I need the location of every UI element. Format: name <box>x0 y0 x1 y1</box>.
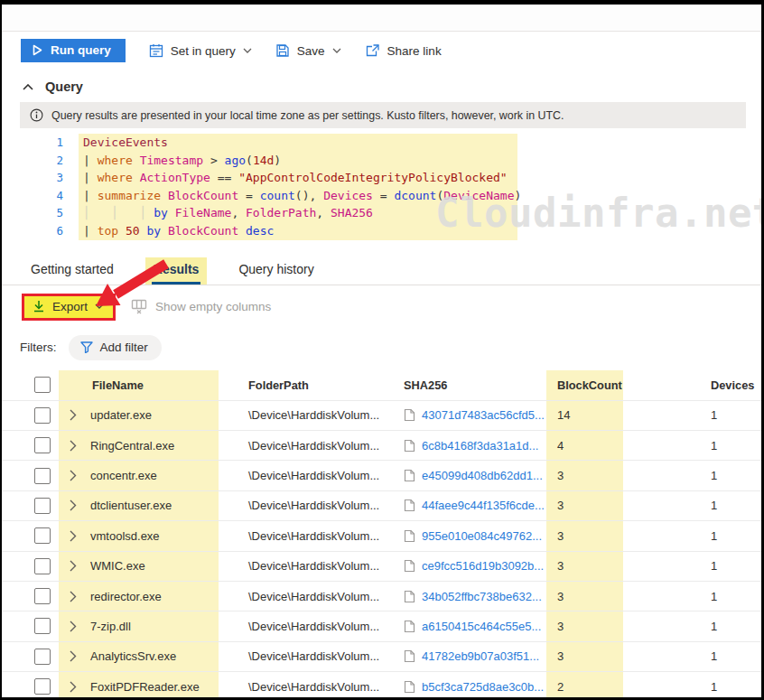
download-icon <box>33 300 45 313</box>
devices-text: 1 <box>623 408 761 422</box>
save-icon <box>275 43 290 58</box>
sha256-link[interactable]: 44faee9c44f135f6cde... <box>422 499 545 512</box>
share-icon <box>365 43 380 58</box>
expand-row-icon[interactable] <box>70 470 77 481</box>
folderpath-text: \Device\HarddiskVolum... <box>219 680 390 694</box>
row-checkbox[interactable] <box>34 407 51 424</box>
devices-text: 1 <box>623 620 761 633</box>
header-sha256[interactable]: SHA256 <box>390 378 546 392</box>
code-text[interactable]: | where Timestamp > ago(14d) <box>79 152 517 170</box>
header-devices[interactable]: Devices <box>623 378 761 392</box>
expand-row-icon[interactable] <box>70 499 77 511</box>
filename-cell: vmtoolsd.exe <box>59 521 219 550</box>
code-text[interactable]: DeviceEvents <box>79 134 517 152</box>
code-text[interactable]: │ │ │ by FileName, FolderPath, SHA256 <box>79 204 517 222</box>
line-number: 2 <box>2 152 63 170</box>
query-editor[interactable]: 1DeviceEvents2| where Timestamp > ago(14… <box>2 131 761 240</box>
filename-cell: 7-zip.dll <box>59 611 219 640</box>
row-checkbox[interactable] <box>34 678 51 695</box>
sha256-link[interactable]: b5cf3ca725d8ae3c0b... <box>422 680 544 694</box>
row-checkbox[interactable] <box>34 649 51 665</box>
filename-cell: AnalyticsSrv.exe <box>59 642 219 671</box>
line-number: 1 <box>2 134 63 152</box>
save-label: Save <box>297 44 325 58</box>
sha256-link[interactable]: 955e010e084c49762... <box>422 529 542 543</box>
row-checkbox[interactable] <box>34 437 51 453</box>
query-section-toggle[interactable]: Query <box>2 70 761 98</box>
header-blockcount[interactable]: BlockCount <box>546 370 623 400</box>
row-checkbox[interactable] <box>34 558 51 574</box>
sha256-link[interactable]: a6150415c464c55e5... <box>422 620 541 633</box>
row-checkbox[interactable] <box>34 468 51 484</box>
file-icon <box>404 559 415 573</box>
sha-cell: 6c8b4168f3da31a1d... <box>390 439 546 453</box>
results-tabbar: Getting started Results Query history <box>2 248 761 285</box>
code-text[interactable]: | where ActionType == "AppControlCodeInt… <box>79 169 517 187</box>
row-checkbox-cell <box>2 552 59 581</box>
save-button[interactable]: Save <box>275 43 341 58</box>
row-checkbox[interactable] <box>34 527 51 544</box>
file-icon <box>404 469 415 482</box>
chevron-down-icon <box>95 303 104 309</box>
expand-row-icon[interactable] <box>70 409 77 421</box>
expand-row-icon[interactable] <box>70 560 77 572</box>
folderpath-text: \Device\HarddiskVolum... <box>219 620 390 633</box>
tab-results[interactable]: Results <box>145 257 208 285</box>
row-checkbox[interactable] <box>34 498 51 514</box>
code-text[interactable]: | summarize BlockCount = count(), Device… <box>79 187 517 205</box>
table-row: 7-zip.dll \Device\HarddiskVolum... a6150… <box>2 611 761 640</box>
add-filter-button[interactable]: Add filter <box>69 335 162 360</box>
expand-row-icon[interactable] <box>70 650 77 662</box>
expand-row-icon[interactable] <box>70 440 77 452</box>
sha256-link[interactable]: 43071d7483ac56cfd5... <box>422 408 545 422</box>
row-checkbox-cell <box>2 401 59 430</box>
table-row: dtclientuser.exe \Device\HarddiskVolum..… <box>2 490 761 520</box>
code-token: top <box>98 224 118 238</box>
show-empty-columns-button[interactable]: Show empty columns <box>131 299 271 314</box>
chevron-up-icon <box>23 84 33 90</box>
code-text[interactable]: | top 50 by BlockCount desc <box>79 222 517 240</box>
code-token: Timestamp <box>140 154 203 167</box>
file-icon <box>404 649 415 663</box>
expand-row-icon[interactable] <box>70 591 77 602</box>
code-token: ( <box>246 154 253 167</box>
sha256-link[interactable]: 6c8b4168f3da31a1d... <box>422 439 538 453</box>
devices-text: 1 <box>623 649 761 663</box>
select-all-checkbox[interactable] <box>34 377 51 393</box>
sha256-link[interactable]: 34b052ffbc738be632... <box>422 590 542 603</box>
code-token: , <box>316 206 331 219</box>
expand-row-icon[interactable] <box>70 681 77 693</box>
sha256-link[interactable]: 41782eb9b07a03f51... <box>422 649 539 663</box>
code-token: | <box>83 189 98 202</box>
expand-row-icon[interactable] <box>70 621 77 632</box>
tab-getting-started[interactable]: Getting started <box>29 257 116 285</box>
tab-query-history[interactable]: Query history <box>237 257 315 285</box>
code-token: by <box>154 206 168 219</box>
code-token: ActionType <box>140 171 210 184</box>
header-folderpath[interactable]: FolderPath <box>219 378 390 392</box>
row-checkbox[interactable] <box>34 588 51 604</box>
info-banner-text: Query results are presented in your loca… <box>51 109 564 122</box>
expand-row-icon[interactable] <box>70 530 77 542</box>
row-checkbox-cell <box>2 672 59 697</box>
sha256-link[interactable]: e45099d408db62dd1... <box>422 469 543 482</box>
header-filename[interactable]: FileName <box>59 370 219 400</box>
filename-text: concentr.exe <box>90 469 157 482</box>
row-checkbox[interactable] <box>34 618 51 634</box>
code-line: 6| top 50 by BlockCount desc <box>2 222 761 240</box>
filename-text: 7-zip.dll <box>90 620 131 633</box>
set-in-query-button[interactable]: Set in query <box>149 43 252 58</box>
sha-cell: 955e010e084c49762... <box>390 529 546 543</box>
run-query-button[interactable]: Run query <box>21 39 126 62</box>
filename-text: dtclientuser.exe <box>90 499 172 512</box>
code-line: 3| where ActionType == "AppControlCodeIn… <box>2 169 761 187</box>
share-link-button[interactable]: Share link <box>365 43 442 58</box>
blockcount-text: 2 <box>546 672 623 697</box>
blockcount-text: 3 <box>546 552 623 581</box>
export-button[interactable]: Export <box>22 294 116 321</box>
filename-cell: RingCentral.exe <box>59 431 219 460</box>
filter-funnel-icon <box>80 341 93 353</box>
sha256-link[interactable]: ce9fcc516d19b3092b... <box>422 559 544 573</box>
code-token <box>133 154 140 167</box>
table-header-row: FileName FolderPath SHA256 BlockCount De… <box>2 370 761 400</box>
